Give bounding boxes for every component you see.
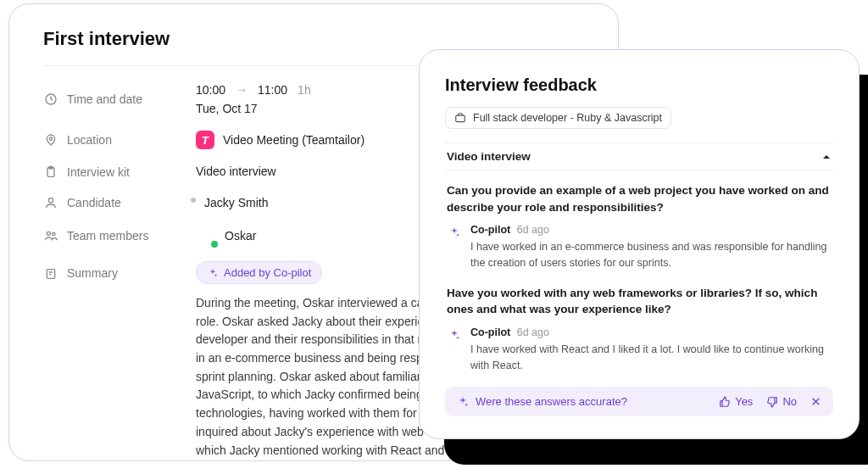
status-dot-icon [189,196,198,204]
svg-point-1 [49,137,52,140]
role-text: Full stack developer - Ruby & Javascript [473,112,662,124]
location-label: Location [67,133,112,147]
sparkle-icon [207,267,219,279]
team-name: Oskar [225,229,256,243]
answer-author: Co-pilot [470,326,510,338]
answer-row: Co-pilot 6d ago I have worked with React… [447,326,832,374]
candidate-name: Jacky Smith [204,196,268,209]
confirm-bar: Were these answers accurate? Yes No [445,387,833,416]
answer-author: Co-pilot [470,224,510,236]
question-text: Can you provide an example of a web proj… [447,182,832,215]
summary-label: Summary [67,266,118,280]
close-icon [810,396,821,407]
users-icon [43,228,58,243]
no-button[interactable]: No [766,395,797,408]
copilot-chip: Added by Co-pilot [196,261,322,284]
yes-button[interactable]: Yes [719,395,753,408]
note-icon [43,266,58,282]
clipboard-icon [43,165,58,180]
time-end: 11:00 [258,83,287,97]
svg-rect-8 [456,115,465,122]
yes-label: Yes [735,395,753,408]
answer-time: 6d ago [517,224,549,236]
user-icon [43,195,58,210]
summary-label-row: Summary [43,261,196,461]
time-duration: 1h [298,83,311,97]
copilot-chip-label: Added by Co-pilot [224,266,311,279]
confirm-question: Were these answers accurate? [476,395,627,408]
role-chip: Full stack developer - Ruby & Javascript [445,107,671,129]
thumbs-up-icon [719,396,731,408]
feedback-title: Interview feedback [445,75,833,95]
question-text: Have you worked with any web frameworks … [447,285,832,318]
sparkle-icon [457,396,469,408]
time-start: 10:00 [196,83,225,97]
answer-time: 6d ago [517,326,549,338]
sparkle-icon [447,225,462,240]
kit-label: Interview kit [67,165,130,179]
feedback-card: Interview feedback Full stack developer … [419,49,860,439]
status-online-icon [209,239,220,249]
answer-text: I have worked in an e-commerce business … [470,239,832,271]
answer-row: Co-pilot 6d ago I have worked in an e-co… [447,224,832,271]
team-label: Team members [67,229,148,243]
close-button[interactable] [810,396,821,407]
answer-text: I have worked with React and I liked it … [470,342,832,374]
section-head[interactable]: Video interview [445,142,833,170]
kit-label-row: Interview kit [43,165,196,180]
sparkle-icon [447,327,462,343]
chevron-up-icon [821,152,832,162]
confirm-question-wrap: Were these answers accurate? [457,395,710,408]
location-label-row: Location [43,131,196,149]
qa-block: Can you provide an example of a web proj… [445,170,833,373]
thumbs-down-icon [766,396,778,408]
candidate-label-row: Candidate [43,195,196,210]
svg-point-5 [47,231,50,235]
svg-point-6 [53,232,55,235]
location-text: Video Meeting (Teamtailor) [223,133,364,147]
no-label: No [782,395,797,408]
clock-icon [43,92,58,107]
time-label: Time and date [67,92,142,106]
arrow-right-icon: → [236,83,248,97]
section-title: Video interview [447,150,531,163]
svg-point-4 [48,198,53,203]
time-label-row: Time and date [43,83,196,115]
team-label-row: Team members [43,226,196,246]
location-pin-icon [43,132,58,148]
briefcase-icon [454,112,466,124]
teamtailor-badge-icon: T [196,131,214,149]
candidate-label: Candidate [67,196,121,209]
